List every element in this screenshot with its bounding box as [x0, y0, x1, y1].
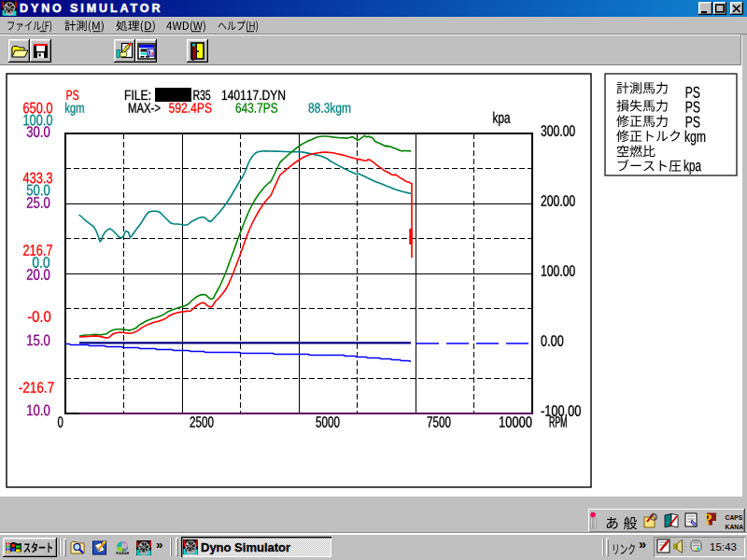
- svg-text:CAPS: CAPS: [726, 514, 743, 521]
- svg-text:15:43: 15:43: [710, 541, 737, 553]
- svg-text:KANA: KANA: [726, 524, 744, 530]
- svg-text:?: ?: [704, 511, 712, 528]
